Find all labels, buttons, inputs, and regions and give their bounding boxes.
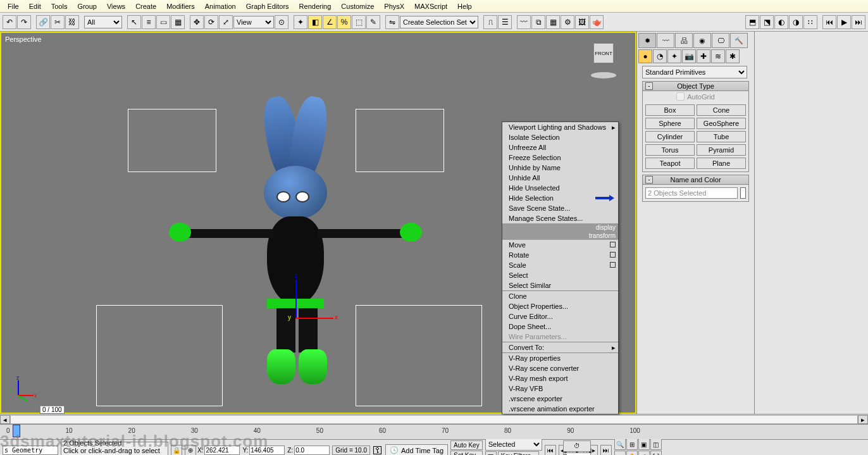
- tab-display[interactable]: 🖵: [712, 33, 729, 48]
- current-frame-input[interactable]: [563, 452, 591, 456]
- create-category-dropdown[interactable]: Standard Primitives: [642, 66, 747, 78]
- schematic-icon[interactable]: ⧉: [531, 15, 545, 29]
- transform-typein-icon[interactable]: ⊕: [185, 445, 196, 456]
- snap-toggle-icon[interactable]: ◧: [308, 15, 322, 29]
- render-icon[interactable]: 🫖: [590, 15, 604, 29]
- goto-start-icon[interactable]: ⏮: [545, 445, 556, 456]
- menu-grapheditors[interactable]: Graph Editors: [241, 1, 294, 11]
- tab-motion[interactable]: ◉: [693, 33, 711, 48]
- autokey-button[interactable]: Auto Key: [450, 440, 483, 450]
- pivot-icon[interactable]: ⊙: [275, 15, 288, 29]
- object-name-input[interactable]: [645, 187, 738, 199]
- key-mode-dropdown[interactable]: Selected: [485, 438, 542, 451]
- pan-icon[interactable]: ✋: [626, 451, 638, 455]
- create-teapot-button[interactable]: Teapot: [645, 158, 695, 169]
- coord-y-input[interactable]: [249, 446, 285, 455]
- layers-icon[interactable]: ☰: [498, 15, 512, 29]
- menu-maxscript[interactable]: MAXScript: [409, 1, 452, 11]
- tool3-icon[interactable]: ∷: [803, 15, 817, 29]
- viewcube[interactable]: FRONT: [582, 39, 623, 80]
- create-geosphere-button[interactable]: GeoSphere: [697, 118, 746, 129]
- ctx-scale[interactable]: Scale: [502, 260, 618, 270]
- region-rect-icon[interactable]: ▭: [156, 15, 170, 29]
- time-slider[interactable]: 01020 304050 607080 90100: [0, 424, 868, 439]
- manipulate-icon[interactable]: ✦: [294, 15, 307, 29]
- menu-views[interactable]: Views: [102, 1, 130, 11]
- setkey-button[interactable]: Set Key: [450, 451, 483, 455]
- physx-icon[interactable]: ⬔: [760, 15, 774, 29]
- ctx-dope-sheet[interactable]: Dope Sheet...: [502, 321, 618, 332]
- ctx-select[interactable]: Select: [502, 270, 618, 280]
- color-swatch[interactable]: [740, 187, 746, 199]
- keyfilters-button[interactable]: Key Filters...: [498, 451, 540, 455]
- menu-group[interactable]: Group: [72, 1, 102, 11]
- mirror-icon[interactable]: ⇋: [385, 15, 399, 29]
- ctx-select-similar[interactable]: Select Similar: [502, 280, 618, 290]
- sub-helpers-icon[interactable]: ✚: [697, 49, 710, 63]
- orbit-icon[interactable]: ⟲: [638, 451, 650, 455]
- create-tube-button[interactable]: Tube: [697, 131, 746, 142]
- rotate-icon[interactable]: ⟳: [204, 15, 218, 29]
- tab-hierarchy[interactable]: 品: [675, 33, 693, 48]
- sub-cameras-icon[interactable]: 📷: [682, 49, 696, 63]
- menu-help[interactable]: Help: [452, 1, 477, 11]
- move-icon[interactable]: ✥: [190, 15, 204, 29]
- menu-file[interactable]: File: [3, 1, 24, 11]
- lock-selection-icon[interactable]: 🔒: [171, 445, 182, 456]
- selection-filter-dropdown[interactable]: All: [84, 16, 122, 28]
- key-icon2[interactable]: ⚿: [485, 451, 497, 455]
- sub-geometry-icon[interactable]: ●: [638, 49, 652, 63]
- maximize-viewport-icon[interactable]: ⛶: [650, 451, 662, 455]
- character-mesh[interactable]: xzy: [191, 96, 431, 400]
- scroll-right-icon[interactable]: ▸: [858, 415, 868, 424]
- ctx-vray-scene-converter[interactable]: V-Ray scene converter: [502, 363, 618, 373]
- ctx-object-properties[interactable]: Object Properties...: [502, 301, 618, 311]
- unlink-icon[interactable]: ✂: [51, 15, 65, 29]
- bind-icon[interactable]: ⛓: [65, 15, 79, 29]
- ctx-unfreeze-all[interactable]: Unfreeze All: [502, 142, 618, 153]
- ctx-move[interactable]: Move: [502, 240, 618, 250]
- ctx-isolate-selection[interactable]: Isolate Selection: [502, 132, 618, 142]
- undo-icon[interactable]: ↶: [3, 15, 16, 29]
- percent-snap-icon[interactable]: %: [337, 15, 351, 29]
- sub-shapes-icon[interactable]: ◔: [653, 49, 667, 63]
- create-torus-button[interactable]: Torus: [645, 144, 695, 156]
- tab-modify[interactable]: 〰: [657, 33, 674, 48]
- material-editor-icon[interactable]: ▦: [546, 15, 560, 29]
- ctx-vrscene-anim-exporter[interactable]: .vrscene animation exporter: [502, 404, 618, 414]
- time-config-icon[interactable]: ⏱: [563, 440, 591, 452]
- menu-edit[interactable]: Edit: [24, 1, 46, 11]
- ctx-clone[interactable]: Clone: [502, 291, 618, 301]
- sub-spacewarps-icon[interactable]: ≋: [711, 49, 725, 63]
- tab-create[interactable]: ✹: [638, 33, 656, 48]
- ctx-vrscene-exporter[interactable]: .vrscene exporter: [502, 394, 618, 404]
- align-icon[interactable]: ⎍: [483, 15, 497, 29]
- window-crossing-icon[interactable]: ▦: [171, 15, 185, 29]
- viewport-perspective[interactable]: Perspective FRONT xzy z x: [0, 32, 636, 414]
- ctx-hide-selection[interactable]: Hide Selection: [502, 193, 618, 203]
- ctx-save-scene-state[interactable]: Save Scene State...: [502, 203, 618, 213]
- ctx-vray-vfb[interactable]: V-Ray VFB: [502, 383, 618, 394]
- create-sphere-button[interactable]: Sphere: [645, 118, 695, 129]
- ctx-rotate[interactable]: Rotate: [502, 250, 618, 260]
- timeline-scrollbar[interactable]: ◂ 0 / 100 ▸: [0, 414, 868, 424]
- rendered-frame-icon[interactable]: 🖼: [575, 15, 589, 29]
- menu-animation[interactable]: Animation: [200, 1, 241, 11]
- play-icon[interactable]: ▶: [837, 15, 851, 29]
- create-cylinder-button[interactable]: Cylinder: [645, 131, 695, 142]
- scale-icon[interactable]: ⤢: [219, 15, 233, 29]
- menu-tools[interactable]: Tools: [46, 1, 73, 11]
- tool1-icon[interactable]: ◐: [774, 15, 788, 29]
- rollup-toggle[interactable]: -: [645, 176, 653, 184]
- menu-create[interactable]: Create: [130, 1, 161, 11]
- create-box-button[interactable]: Box: [645, 104, 695, 116]
- goto-end-icon[interactable]: ⏭: [852, 15, 865, 29]
- ctx-unhide-by-name[interactable]: Unhide by Name: [502, 163, 618, 173]
- create-plane-button[interactable]: Plane: [697, 158, 746, 169]
- sub-lights-icon[interactable]: ✦: [667, 49, 681, 63]
- menu-customize[interactable]: Customize: [336, 1, 379, 11]
- menu-modifiers[interactable]: Modifiers: [161, 1, 200, 11]
- redo-icon[interactable]: ↷: [17, 15, 31, 29]
- ctx-viewport-lighting[interactable]: Viewport Lighting and Shadows▸: [502, 122, 618, 132]
- select-name-icon[interactable]: ≡: [142, 15, 156, 29]
